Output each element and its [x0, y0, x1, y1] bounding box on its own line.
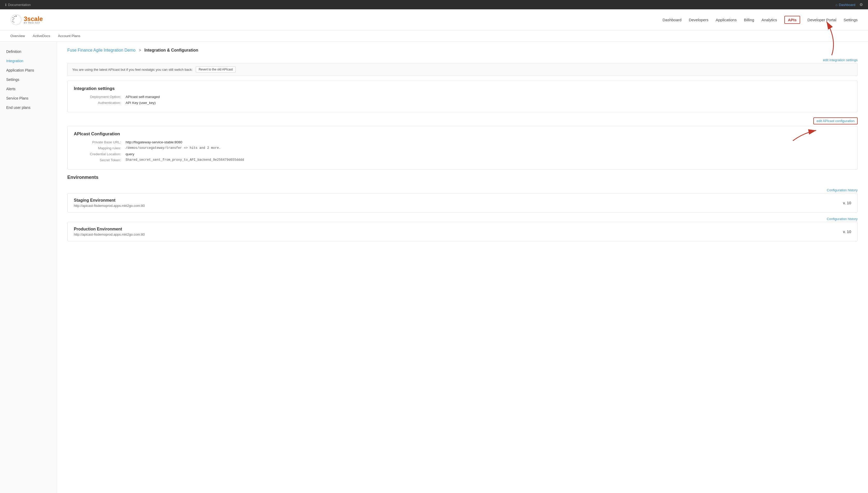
cred-label: Credential Location:	[74, 152, 125, 156]
topbar-dashboard-link[interactable]: ⌂ Dashboard	[836, 3, 855, 7]
settings-row-deployment: Deployment Option: APIcast self-managed	[74, 95, 851, 99]
apicast-config-box: APIcast Configuration Private Base URL: …	[67, 126, 858, 170]
breadcrumb: Fuse Finance Agile Integration Demo > In…	[67, 48, 858, 52]
staging-env-card: Staging Environment http://apicast-fisde…	[67, 193, 858, 213]
docs-label: Documentation	[8, 3, 30, 7]
sidebar-item-application-plans[interactable]: Application Plans	[0, 66, 57, 75]
mapping-value: /demos/sourcegateway/transfer => hits an…	[125, 146, 221, 150]
svg-point-5	[14, 18, 15, 19]
cred-value: query	[125, 152, 134, 156]
nav-applications[interactable]: Applications	[716, 18, 737, 22]
content-area: Definition Integration Application Plans…	[0, 42, 868, 493]
revert-button[interactable]: Revert to the old APIcast	[196, 66, 236, 72]
info-icon: ℹ	[5, 3, 6, 7]
breadcrumb-link[interactable]: Fuse Finance Agile Integration Demo	[67, 48, 135, 52]
logo-text-group: 3scale BY RED HAT	[24, 15, 43, 24]
nav-apis[interactable]: APIs	[784, 16, 800, 24]
integration-settings-table: Deployment Option: APIcast self-managed …	[74, 95, 851, 105]
svg-point-1	[13, 17, 14, 18]
breadcrumb-current: Integration & Configuration	[144, 48, 198, 52]
edit-integration-link[interactable]: edit integration settings	[823, 58, 858, 62]
logo: 3scale BY RED HAT	[10, 14, 43, 25]
deployment-label: Deployment Option:	[74, 95, 125, 99]
auth-value: API Key (user_key)	[125, 101, 156, 105]
nav-developer-portal[interactable]: Developer Portal	[807, 18, 837, 22]
apicast-row-url: Private Base URL: http://fisgateway-serv…	[74, 140, 851, 144]
logo-sub: BY RED HAT	[24, 22, 43, 24]
topbar-docs[interactable]: ℹ Documentation	[5, 3, 30, 7]
edit-integration-wrap: edit integration settings	[67, 58, 858, 62]
sidebar-item-definition[interactable]: Definition	[0, 47, 57, 56]
svg-point-3	[16, 16, 17, 17]
notice-text: You are using the latest APIcast but if …	[72, 68, 193, 71]
production-env-url: http://apicast-fisdemoprod.apps.mkt2go.c…	[74, 233, 145, 236]
settings-row-auth: Authentication: API Key (user_key)	[74, 101, 851, 105]
production-env-card: Production Environment http://apicast-fi…	[67, 222, 858, 241]
notice-bar: You are using the latest APIcast but if …	[67, 63, 858, 76]
main-content: Fuse Finance Agile Integration Demo > In…	[57, 42, 868, 493]
svg-point-7	[14, 22, 15, 23]
production-config-history-link[interactable]: Configuration history	[827, 217, 858, 221]
apicast-config-title: APIcast Configuration	[74, 131, 851, 136]
svg-point-4	[13, 19, 14, 20]
topbar-right: ⌂ Dashboard ⚙	[836, 2, 863, 7]
environments-section: Environments Configuration history Stagi…	[67, 175, 858, 241]
deployment-value: APIcast self-managed	[125, 95, 160, 99]
svg-point-2	[14, 16, 15, 17]
staging-env-version: v. 10	[843, 201, 851, 205]
edit-apicast-link[interactable]: edit APIcast configuration	[813, 117, 858, 124]
subnav: Overview ActiveDocs Account Plans	[0, 30, 868, 42]
apicast-settings-table: Private Base URL: http://fisgateway-serv…	[74, 140, 851, 162]
nav-analytics[interactable]: Analytics	[761, 18, 777, 22]
logo-icon	[10, 14, 22, 25]
sidebar-item-service-plans[interactable]: Service Plans	[0, 93, 57, 103]
main-nav: Dashboard Developers Applications Billin…	[662, 16, 858, 24]
svg-point-8	[13, 21, 14, 22]
staging-config-history-wrap: Configuration history Staging Environmen…	[67, 188, 858, 213]
sidebar-item-alerts[interactable]: Alerts	[0, 84, 57, 93]
nav-developers[interactable]: Developers	[689, 18, 708, 22]
gear-icon[interactable]: ⚙	[860, 2, 863, 7]
token-value: Shared_secret_sent_from_proxy_to_API_bac…	[125, 158, 244, 162]
staging-env-info: Staging Environment http://apicast-fisde…	[74, 198, 145, 208]
nav-billing[interactable]: Billing	[744, 18, 754, 22]
production-env-title: Production Environment	[74, 227, 145, 232]
integration-settings-box: Integration settings Deployment Option: …	[67, 81, 858, 112]
nav-dashboard[interactable]: Dashboard	[662, 18, 681, 22]
production-env-version: v. 10	[843, 229, 851, 234]
apicast-row-mapping: Mapping rules: /demos/sourcegateway/tran…	[74, 146, 851, 150]
sidebar-item-end-user-plans[interactable]: End user plans	[0, 103, 57, 112]
topbar: ℹ Documentation ⌂ Dashboard ⚙	[0, 0, 868, 9]
subnav-activedocs[interactable]: ActiveDocs	[32, 34, 50, 38]
subnav-account-plans[interactable]: Account Plans	[58, 34, 80, 38]
nav-settings[interactable]: Settings	[844, 18, 858, 22]
staging-env-title: Staging Environment	[74, 198, 145, 203]
environments-title: Environments	[67, 175, 98, 180]
private-url-label: Private Base URL:	[74, 140, 125, 144]
topbar-dashboard-label: Dashboard	[839, 3, 855, 7]
breadcrumb-separator: >	[139, 48, 141, 52]
environments-header: Environments	[67, 175, 858, 184]
auth-label: Authentication:	[74, 101, 125, 105]
sidebar-item-integration[interactable]: Integration	[0, 56, 57, 66]
private-url-value: http://fisgateway-service-stable:8080	[125, 140, 182, 144]
home-icon: ⌂	[836, 3, 838, 7]
staging-config-history-link[interactable]: Configuration history	[827, 188, 858, 192]
sidebar: Definition Integration Application Plans…	[0, 42, 57, 493]
mapping-label: Mapping rules:	[74, 146, 125, 150]
integration-settings-title: Integration settings	[74, 86, 851, 91]
staging-env-url: http://apicast-fisdemoprod.apps.mkt2go.c…	[74, 204, 145, 208]
subnav-overview[interactable]: Overview	[10, 34, 25, 38]
edit-apicast-wrap: edit APIcast configuration	[67, 117, 858, 124]
token-label: Secret Token:	[74, 158, 125, 162]
apicast-row-token: Secret Token: Shared_secret_sent_from_pr…	[74, 158, 851, 162]
production-config-history-wrap: Configuration history Production Environ…	[67, 217, 858, 241]
header: 3scale BY RED HAT Dashboard Developers A…	[0, 9, 868, 30]
apicast-row-cred: Credential Location: query	[74, 152, 851, 156]
production-env-info: Production Environment http://apicast-fi…	[74, 227, 145, 236]
sidebar-item-settings[interactable]: Settings	[0, 75, 57, 84]
